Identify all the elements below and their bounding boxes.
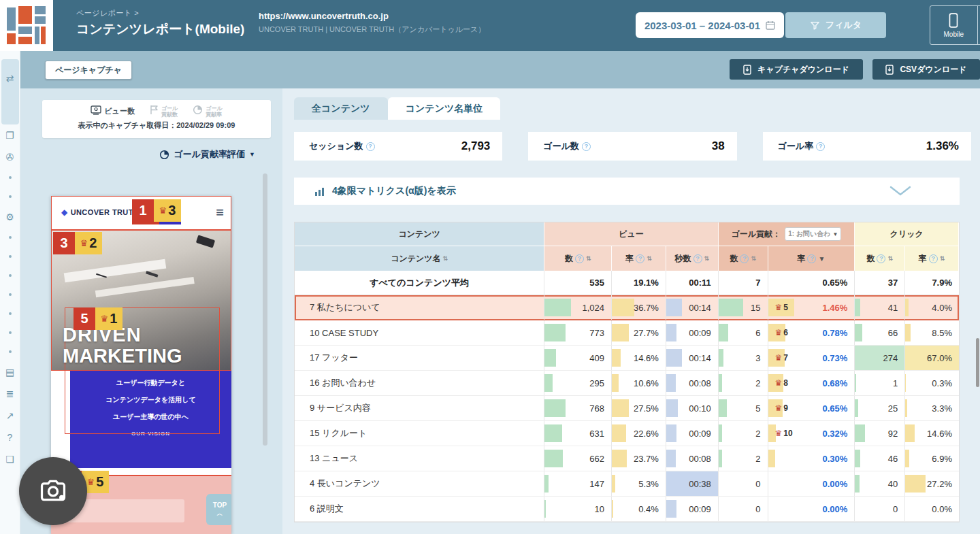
- app-logo[interactable]: [0, 0, 53, 51]
- table-row[interactable]: 9 サービス内容76827.5%00:105♛90.65%253.3%: [295, 396, 959, 421]
- legend-goal-rate[interactable]: ゴール貢献率: [193, 105, 222, 118]
- sort-icon[interactable]: ⇅: [704, 255, 710, 262]
- help-icon[interactable]: ?: [877, 254, 885, 263]
- matrix-toggle[interactable]: 4象限マトリクス(α版)を表示: [294, 178, 960, 205]
- table-row[interactable]: 4 長いコンテンツ1475.3%00:3800.00%4027.2%: [295, 471, 959, 497]
- cell-gr: 0.30%: [768, 446, 855, 471]
- gear-icon[interactable]: ⚙: [5, 206, 14, 228]
- col-seconds[interactable]: 秒数?⇅: [666, 246, 719, 271]
- report-icon[interactable]: ▤: [5, 361, 14, 383]
- table-row[interactable]: 13 ニュース66223.7%00:0820.30%466.9%: [295, 446, 959, 471]
- col-goal-rate[interactable]: 率?▼: [768, 246, 855, 271]
- page-icon[interactable]: ❐: [5, 124, 14, 146]
- table-row[interactable]: 16 お問い合わせ29510.6%00:082♛80.68%10.3%: [295, 371, 959, 396]
- tab-content-name-unit[interactable]: コンテンツ名単位: [388, 97, 501, 120]
- content-name[interactable]: 15 リクルート: [295, 421, 544, 446]
- capture-camera-button[interactable]: [19, 457, 87, 525]
- goal-rate-eval-dropdown[interactable]: ゴール貢献率評価 ▼: [159, 148, 255, 161]
- help-icon[interactable]: ?: [693, 254, 702, 263]
- content-name[interactable]: 9 サービス内容: [295, 396, 544, 420]
- rail-dot: [9, 274, 12, 277]
- col-click-rate[interactable]: 率?⇅: [905, 246, 959, 271]
- sort-desc-icon[interactable]: ▼: [818, 255, 825, 263]
- goal-select-dropdown[interactable]: 1: お問い合わ ▼: [785, 227, 841, 241]
- help-icon[interactable]: ?: [366, 142, 375, 151]
- content-name[interactable]: 4 長いコンテンツ: [295, 471, 544, 496]
- sort-icon[interactable]: ⇅: [751, 255, 756, 262]
- list-add-icon[interactable]: ≣: [6, 383, 14, 405]
- cell-vr: 22.6%: [612, 421, 666, 446]
- page-url[interactable]: https://www.uncovertruth.co.jp: [259, 11, 389, 21]
- refresh-icon[interactable]: ⇄: [6, 67, 14, 89]
- help-icon[interactable]: ?: [740, 254, 749, 263]
- help-icon[interactable]: ?: [582, 142, 591, 151]
- sort-icon[interactable]: ⇅: [443, 255, 448, 262]
- page-capture-button[interactable]: ページキャプチャ: [45, 61, 132, 80]
- content-name[interactable]: 13 ニュース: [295, 446, 544, 471]
- filter-label: フィルタ: [826, 19, 862, 31]
- sort-icon[interactable]: ⇅: [940, 255, 945, 262]
- sort-icon[interactable]: ⇅: [887, 255, 893, 262]
- cell-sec: 00:09: [666, 421, 719, 446]
- value-bar: [855, 450, 860, 467]
- help-icon[interactable]: ?: [929, 254, 938, 263]
- stat-card: ゴール数?38: [528, 132, 736, 161]
- content-name[interactable]: 7 私たちについて: [295, 295, 544, 320]
- value-bar: [855, 399, 858, 416]
- col-goal-count[interactable]: 数?⇅: [719, 246, 768, 271]
- cell-vc: 10: [544, 497, 612, 521]
- help-icon[interactable]: ?: [816, 142, 825, 151]
- doc-icon[interactable]: ❏: [5, 448, 14, 470]
- value-bar: [544, 399, 565, 416]
- table-row[interactable]: 7 私たちについて1,02436.7%00:1415♛51.46%414.0%: [295, 295, 959, 320]
- cell-vr: 5.3%: [612, 471, 666, 496]
- content-name[interactable]: 17 フッター: [295, 346, 544, 370]
- table-row[interactable]: 15 リクルート63122.6%00:092♛100.32%9214.6%: [295, 421, 959, 446]
- cell-value: 0.32%: [822, 429, 854, 439]
- sort-icon[interactable]: ⇅: [647, 255, 652, 262]
- cell-cr: 14.6%: [905, 421, 959, 446]
- legend-goal-count[interactable]: ゴール貢献数: [150, 105, 178, 118]
- col-content-name[interactable]: コンテンツ名⇅: [295, 246, 544, 271]
- help-icon[interactable]: ?: [807, 254, 816, 263]
- rail-dot: [9, 195, 12, 198]
- window-scrollbar[interactable]: [976, 338, 979, 387]
- content-name[interactable]: 10 CASE STUDY: [295, 320, 544, 345]
- col-view-count[interactable]: 数?⇅: [544, 246, 612, 271]
- legend-label: ゴール貢献数: [161, 105, 178, 118]
- date-range-picker[interactable]: 2023-03-01 – 2024-03-01: [636, 12, 784, 38]
- table-row[interactable]: 17 フッター40914.6%00:143♛70.73%27467.0%: [295, 346, 959, 371]
- col-click-count[interactable]: 数?⇅: [855, 246, 905, 271]
- crown-icon: ♛: [159, 205, 167, 216]
- download-file-icon: [743, 65, 752, 75]
- capture-download-button[interactable]: キャプチャダウンロード: [730, 59, 863, 80]
- device-mobile-button[interactable]: Mobile: [930, 6, 977, 44]
- content-name[interactable]: 6 説明文: [295, 497, 544, 521]
- preview-scrollbar[interactable]: [263, 173, 267, 446]
- breadcrumb[interactable]: ページレポート >: [76, 8, 139, 18]
- tab-all-contents[interactable]: 全コンテンツ: [294, 97, 388, 120]
- help-icon[interactable]: ?: [636, 254, 644, 263]
- csv-download-button[interactable]: CSVダウンロード: [872, 59, 980, 80]
- content-name[interactable]: 16 お問い合わせ: [295, 371, 544, 395]
- cell-gc: 2: [719, 371, 768, 395]
- camera-icon[interactable]: ✇: [6, 146, 14, 168]
- sort-icon[interactable]: ⇅: [586, 255, 591, 262]
- session-button[interactable]: セッション: [977, 6, 980, 44]
- col-view-rate[interactable]: 率?⇅: [612, 246, 666, 271]
- scroll-top-button[interactable]: TOP ︿: [206, 494, 231, 525]
- help-icon[interactable]: ?: [575, 254, 584, 263]
- chart-icon[interactable]: ↗: [6, 405, 14, 427]
- table-row[interactable]: 6 説明文100.4%00:0900.00%00.0%: [295, 497, 959, 522]
- filter-button[interactable]: フィルタ: [785, 12, 886, 38]
- cell-value: 92: [888, 429, 904, 439]
- legend-view-count[interactable]: ビュー数: [91, 105, 135, 118]
- camera-icon: [37, 475, 69, 507]
- cell-value: 00:14: [689, 303, 718, 313]
- summary-stats: セッション数?2,793ゴール数?38ゴール率?1.36%: [294, 132, 971, 161]
- chevron-down-icon[interactable]: [889, 185, 912, 197]
- help-icon[interactable]: ?: [7, 427, 13, 448]
- cell-value: 4.0%: [932, 303, 959, 313]
- table-row[interactable]: 10 CASE STUDY77327.7%00:096♛60.78%668.5%: [295, 320, 959, 346]
- cell-value: 2: [755, 454, 767, 464]
